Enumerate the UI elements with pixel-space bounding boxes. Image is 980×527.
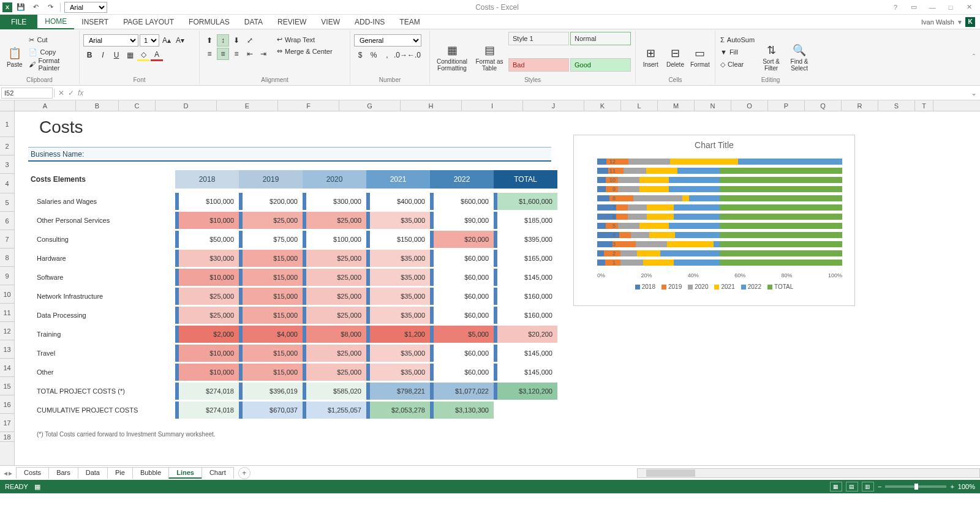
fill-color-button[interactable]: ◇ (137, 49, 149, 61)
data-cell[interactable]: $2,053,278 (366, 402, 430, 419)
data-cell[interactable]: $10,000 (175, 364, 239, 381)
ribbon-tab-formulas[interactable]: FORMULAS (181, 15, 237, 29)
row-header-9[interactable]: 9 (0, 267, 14, 285)
data-cell[interactable]: $15,000 (239, 269, 303, 286)
data-cell[interactable]: $60,000 (430, 345, 494, 362)
sort-filter-button[interactable]: ⇅Sort & Filter (758, 32, 784, 83)
cancel-icon[interactable]: ✕ (58, 89, 64, 97)
data-cell[interactable]: $160,000 (494, 288, 557, 305)
data-cell[interactable]: $20,000 (430, 231, 494, 248)
align-middle-icon[interactable]: ↕ (217, 34, 229, 47)
data-cell[interactable]: $50,000 (175, 231, 239, 248)
row-header-12[interactable]: 12 (0, 322, 14, 340)
bold-button[interactable]: B (83, 49, 96, 61)
clear-button[interactable]: ◇Clear (719, 59, 756, 70)
data-cell[interactable]: $10,000 (175, 212, 239, 229)
col-header-R[interactable]: R (842, 100, 878, 111)
data-cell[interactable]: $25,000 (239, 212, 303, 229)
data-cell[interactable]: $670,037 (239, 402, 303, 419)
align-top-icon[interactable]: ⬆ (203, 34, 216, 47)
data-cell[interactable]: $35,000 (366, 307, 430, 324)
insert-cells-button[interactable]: ⊞Insert (639, 32, 662, 83)
decimal-inc-icon[interactable]: .0→ (394, 49, 407, 61)
percent-icon[interactable]: % (368, 49, 380, 61)
zoom-in-icon[interactable]: + (950, 483, 954, 490)
zoom-level[interactable]: 100% (958, 483, 975, 490)
data-cell[interactable]: $145,000 (494, 345, 557, 362)
underline-button[interactable]: U (110, 49, 123, 61)
data-cell[interactable]: $274,018 (175, 383, 239, 400)
ribbon-tab-team[interactable]: TEAM (392, 15, 427, 29)
sheet-tab-lines[interactable]: Lines (168, 467, 202, 479)
data-cell[interactable]: $35,000 (366, 288, 430, 305)
data-cell[interactable]: $145,000 (494, 269, 557, 286)
row-header-1[interactable]: 1 (0, 111, 14, 137)
autosum-button[interactable]: ΣAutoSum (719, 34, 756, 45)
data-cell[interactable]: $25,000 (303, 364, 366, 381)
indent-dec-icon[interactable]: ⇤ (244, 48, 256, 60)
data-cell[interactable]: $35,000 (366, 269, 430, 286)
col-header-B[interactable]: B (76, 100, 119, 111)
data-cell[interactable] (494, 402, 557, 419)
col-header-H[interactable]: H (401, 100, 462, 111)
data-cell[interactable]: $4,000 (239, 326, 303, 343)
col-header-O[interactable]: O (731, 100, 768, 111)
data-cell[interactable]: $25,000 (303, 307, 366, 324)
col-header-P[interactable]: P (768, 100, 805, 111)
data-cell[interactable]: $5,000 (430, 326, 494, 343)
data-cell[interactable]: $60,000 (430, 307, 494, 324)
align-bottom-icon[interactable]: ⬇ (230, 34, 243, 47)
maximize-icon[interactable]: □ (942, 1, 959, 13)
data-cell[interactable]: $15,000 (239, 250, 303, 267)
data-cell[interactable]: $585,020 (303, 383, 366, 400)
copy-button[interactable]: 📄Copy (28, 47, 75, 58)
conditional-formatting-button[interactable]: ▦Conditional Formatting (434, 32, 470, 83)
indent-inc-icon[interactable]: ⇥ (257, 48, 270, 60)
decrease-font-icon[interactable]: A▾ (174, 34, 186, 47)
page-layout-view-icon[interactable]: ▤ (846, 482, 858, 491)
data-cell[interactable]: $145,000 (494, 364, 557, 381)
name-box[interactable]: I52 (1, 88, 53, 99)
ribbon-tab-view[interactable]: VIEW (314, 15, 347, 29)
col-header-I[interactable]: I (462, 100, 523, 111)
user-name[interactable]: Ivan Walsh (921, 18, 954, 26)
col-header-C[interactable]: C (119, 100, 156, 111)
align-center-icon[interactable]: ≡ (217, 48, 229, 60)
data-cell[interactable]: $75,000 (239, 231, 303, 248)
data-cell[interactable]: $60,000 (430, 269, 494, 286)
col-header-A[interactable]: A (15, 100, 76, 111)
horizontal-scrollbar[interactable] (637, 468, 980, 478)
format-painter-button[interactable]: 🖌Format Painter (28, 59, 75, 70)
row-header-3[interactable]: 3 (0, 155, 14, 174)
italic-button[interactable]: I (97, 49, 109, 61)
data-cell[interactable]: $35,000 (366, 212, 430, 229)
chart[interactable]: Chart Title 121110987654321 0%20%40%60%8… (573, 135, 855, 306)
data-cell[interactable]: $10,000 (175, 269, 239, 286)
sheet-tab-chart[interactable]: Chart (202, 467, 234, 479)
row-header-11[interactable]: 11 (0, 304, 14, 322)
row-header-6[interactable]: 6 (0, 212, 14, 230)
data-cell[interactable]: $200,000 (239, 193, 303, 210)
decimal-dec-icon[interactable]: ←.0 (408, 49, 420, 61)
data-cell[interactable]: $8,000 (303, 326, 366, 343)
minimize-icon[interactable]: — (924, 1, 941, 13)
data-cell[interactable]: $20,200 (494, 326, 557, 343)
font-size-select[interactable]: 10 (140, 34, 159, 47)
orientation-icon[interactable]: ⤢ (244, 34, 256, 47)
col-header-N[interactable]: N (695, 100, 731, 111)
close-icon[interactable]: ✕ (960, 1, 978, 13)
data-cell[interactable]: $15,000 (239, 288, 303, 305)
row-header-7[interactable]: 7 (0, 230, 14, 249)
ribbon-tab-insert[interactable]: INSERT (74, 15, 116, 29)
delete-cells-button[interactable]: ⊟Delete (664, 32, 686, 83)
data-cell[interactable]: $25,000 (303, 288, 366, 305)
data-cell[interactable]: $798,221 (366, 383, 430, 400)
sheet-tab-costs[interactable]: Costs (16, 467, 49, 479)
data-cell[interactable]: $396,019 (239, 383, 303, 400)
data-cell[interactable]: $35,000 (366, 250, 430, 267)
data-cell[interactable]: $10,000 (175, 345, 239, 362)
comma-icon[interactable]: , (381, 49, 393, 61)
row-header-2[interactable]: 2 (0, 137, 14, 155)
data-cell[interactable]: $395,000 (494, 231, 557, 248)
qat-font-selector[interactable]: Arial (64, 2, 107, 13)
